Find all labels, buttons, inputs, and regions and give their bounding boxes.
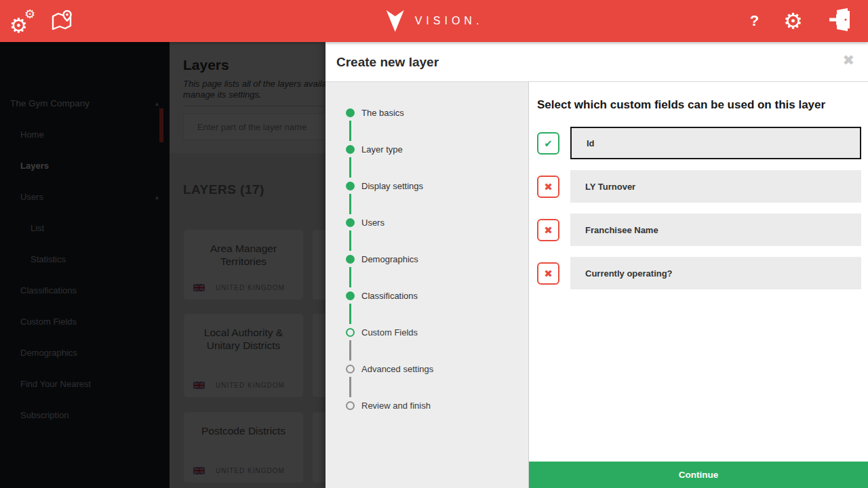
step-connector xyxy=(349,157,351,178)
close-icon[interactable]: ✖ xyxy=(842,53,854,67)
step-connector xyxy=(349,194,351,214)
wizard-steps-pane: The basics Layer type Display settings U… xyxy=(326,82,529,488)
admin-gears-icon[interactable]: ⚙ ⚙ xyxy=(8,4,38,38)
step-connector xyxy=(349,121,351,141)
panel-heading: Select which custom fields can be used o… xyxy=(537,98,825,112)
custom-fields-panel: Select which custom fields can be used o… xyxy=(529,82,868,488)
include-toggle-franchisee-name[interactable]: ✖ xyxy=(537,219,559,241)
cross-icon: ✖ xyxy=(544,224,553,237)
top-header-bar: ⚙ ⚙ VISION. ? ⚙ xyxy=(0,0,868,42)
step-current-dot-icon xyxy=(346,328,355,337)
field-id[interactable]: Id xyxy=(570,127,861,159)
step-done-dot-icon xyxy=(346,218,355,227)
modal-header: Create new layer ✖ xyxy=(326,42,868,82)
step-done-dot-icon xyxy=(346,182,355,190)
step-done-dot-icon xyxy=(346,255,355,264)
step-connector xyxy=(349,340,351,361)
vision-logo-mark xyxy=(385,9,406,33)
step-done-dot-icon xyxy=(346,291,355,300)
include-toggle-ly-turnover[interactable]: ✖ xyxy=(537,176,559,198)
step-done-dot-icon xyxy=(346,108,355,117)
continue-button[interactable]: Continue xyxy=(529,462,868,488)
step-connector xyxy=(349,304,351,324)
help-icon[interactable]: ? xyxy=(750,12,759,30)
cross-icon: ✖ xyxy=(544,181,553,193)
logout-icon[interactable] xyxy=(827,6,852,36)
step-connector xyxy=(349,267,351,287)
step-todo-dot-icon xyxy=(346,401,355,410)
step-connector xyxy=(349,377,351,397)
create-layer-modal: Create new layer ✖ The basics Layer type… xyxy=(326,42,868,488)
app-screen: ⚙ ⚙ VISION. ? ⚙ xyxy=(0,0,868,488)
check-icon: ✔ xyxy=(544,138,553,150)
map-icon[interactable] xyxy=(49,8,75,37)
vision-logo-text: VISION. xyxy=(415,15,484,27)
cross-icon: ✖ xyxy=(544,268,553,280)
modal-title: Create new layer xyxy=(336,42,439,82)
include-toggle-currently-operating[interactable]: ✖ xyxy=(537,262,559,285)
field-ly-turnover[interactable]: LY Turnover xyxy=(570,170,861,203)
vision-logo: VISION. xyxy=(385,0,484,42)
field-currently-operating[interactable]: Currently operating? xyxy=(570,257,861,289)
settings-gear-icon[interactable]: ⚙ xyxy=(783,10,803,32)
field-franchisee-name[interactable]: Franchisee Name xyxy=(570,214,861,246)
include-toggle-id[interactable]: ✔ xyxy=(537,132,559,155)
step-done-dot-icon xyxy=(346,145,355,154)
step-todo-dot-icon xyxy=(346,365,355,373)
step-connector xyxy=(349,230,351,251)
